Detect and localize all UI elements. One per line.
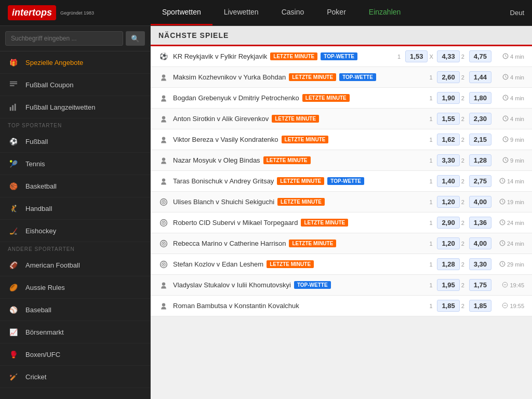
svg-line-12 — [506, 77, 507, 78]
table-row: Roberto CID Subervi v Mikael Torpegaard … — [151, 212, 532, 233]
odd-value-2[interactable]: 2,30 — [469, 113, 491, 125]
odd-label-2: 2 — [461, 220, 468, 226]
other-sports-section-label: ANDERE SPORTARTEN — [0, 242, 150, 254]
odd-value-2[interactable]: 4,00 — [469, 237, 491, 249]
basketball-icon: 🏀 — [8, 180, 19, 192]
sidebar-item-boxen[interactable]: 🥊 Boxen/UFC — [0, 343, 150, 366]
sidebar-item-american-football[interactable]: 🏈 American Football — [0, 254, 150, 276]
odd-value-1[interactable]: 2,90 — [437, 217, 459, 229]
odd-value-2[interactable]: 1,28 — [469, 154, 491, 166]
lang-selector[interactable]: Deut — [502, 9, 532, 17]
sidebar-item-special-offers[interactable]: 🎁 Spezielle Angebote — [0, 51, 150, 74]
sidebar-item-aussie-rules[interactable]: 🏉 Aussie Rules — [0, 276, 150, 299]
sidebar-item-fussball-coupon[interactable]: Fußball Coupon — [0, 74, 150, 96]
odd-value-2[interactable]: 1,80 — [469, 92, 491, 104]
odd-value-2[interactable]: 2,75 — [469, 175, 491, 187]
nav-livewetten[interactable]: Livewetten — [212, 0, 270, 25]
market-icon: 📈 — [8, 326, 19, 338]
svg-rect-2 — [10, 85, 15, 86]
odd-value-2[interactable]: 1,85 — [469, 300, 491, 312]
odd-value-2[interactable]: 1,75 — [469, 279, 491, 291]
odd-value-2[interactable]: 2,15 — [469, 134, 491, 145]
fussball-langzeit-label: Fußball Langzeitwetten — [25, 103, 95, 111]
match-time: 9 min — [496, 136, 524, 143]
odd-value-1[interactable]: 1,55 — [437, 113, 459, 125]
time-value: 9 min — [510, 157, 524, 164]
odd-value-2[interactable]: 1,44 — [469, 71, 491, 83]
odd-value-1[interactable]: 1,62 — [437, 134, 459, 145]
sport-icon — [158, 93, 169, 103]
match-name: Maksim Kozhevnikov v Yurka Bohdan LETZTE… — [173, 73, 425, 81]
odd-value-x[interactable]: 4,33 — [437, 50, 459, 62]
odd-label-2: 2 — [461, 282, 468, 288]
chart-icon — [8, 101, 19, 113]
sidebar-item-tennis[interactable]: 🎾 Tennis — [0, 153, 150, 175]
odd-value-1[interactable]: 3,30 — [437, 154, 459, 166]
time-icon — [502, 74, 509, 81]
match-title: Ulises Blanch v Shuichi Sekiguchi — [173, 198, 274, 206]
sport-icon — [158, 114, 169, 124]
sidebar-item-fussball[interactable]: ⚽ Fußball — [0, 130, 150, 153]
sport-icon — [158, 301, 169, 311]
table-row: Rebecca Marino v Catherine Harrison LETZ… — [151, 233, 532, 254]
odd-value-1[interactable]: 2,60 — [437, 71, 459, 83]
odd-value-1[interactable]: 1,20 — [437, 237, 459, 249]
match-title: Bogdan Grebenyuk v Dmitriy Petrochenko — [173, 94, 299, 102]
match-odds: 1 1,90 2 1,80 — [429, 92, 491, 104]
odd-value-1[interactable]: 1,20 — [437, 196, 459, 208]
sidebar-item-eishockey[interactable]: 🏒 Eishockey — [0, 220, 150, 242]
svg-point-25 — [162, 157, 165, 161]
table-row: Nazar Mosyuk v Oleg Bindas LETZTE MINUTE… — [151, 150, 532, 171]
time-value: 4 min — [510, 74, 524, 81]
search-button[interactable]: 🔍 — [126, 31, 145, 46]
match-info: Nazar Mosyuk v Oleg Bindas LETZTE MINUTE — [173, 156, 425, 164]
match-name: Roberto CID Subervi v Mikael Torpegaard … — [173, 219, 425, 227]
sidebar-item-cricket[interactable]: 🏏 Cricket — [0, 366, 150, 388]
baseball-icon: ⚾ — [8, 304, 19, 315]
match-title: Viktor Bereza v Vasily Kondratenko — [173, 136, 278, 143]
odd-label-1: 1 — [429, 116, 435, 122]
boxing-icon: 🥊 — [8, 349, 19, 360]
nav-einzahlen[interactable]: Einzahlen — [357, 0, 413, 25]
badge: LETZTE MINUTE — [289, 73, 336, 81]
odd-value-1[interactable]: 1,90 — [437, 92, 459, 104]
match-name: Vladyslav Stukalov v Iulii Khomutovskyi … — [173, 281, 425, 289]
match-time: 4 min — [496, 53, 524, 60]
svg-point-41 — [163, 222, 164, 223]
match-title: Roman Bambutsa v Konstantin Kovalchuk — [173, 302, 299, 310]
odd-value-2[interactable]: 4,75 — [469, 50, 491, 62]
nav-poker[interactable]: Poker — [315, 0, 357, 25]
odd-value-1[interactable]: 1,53 — [405, 50, 428, 62]
sidebar-item-borsenmarkt[interactable]: 📈 Börsenmarkt — [0, 321, 150, 343]
nav-casino[interactable]: Casino — [270, 0, 316, 25]
odd-value-1[interactable]: 1,28 — [437, 258, 459, 270]
odd-value-1[interactable]: 1,95 — [437, 279, 459, 291]
odd-value-2[interactable]: 1,36 — [469, 217, 491, 229]
sidebar-item-handball[interactable]: 🤾 Handball — [0, 197, 150, 220]
match-name: Rebecca Marino v Catherine Harrison LETZ… — [173, 240, 425, 247]
odd-value-1[interactable]: 1,40 — [437, 175, 459, 187]
search-input[interactable] — [5, 31, 123, 46]
odd-label-1: 1 — [429, 199, 435, 205]
odd-label-2: 2 — [461, 137, 468, 143]
badge: TOP-WETTE — [321, 52, 357, 60]
svg-point-9 — [162, 74, 165, 77]
odd-value-2[interactable]: 3,30 — [469, 258, 491, 270]
odd-label-1: 1 — [429, 261, 435, 268]
odd-value-2[interactable]: 4,00 — [469, 196, 491, 208]
logo-area: intertops Gegründet 1983 — [0, 5, 151, 20]
gift-icon: 🎁 — [8, 57, 19, 68]
svg-line-32 — [502, 181, 503, 182]
sidebar-item-fussball-langzeit[interactable]: Fußball Langzeitwetten — [0, 96, 150, 118]
sidebar-item-baseball[interactable]: ⚾ Baseball — [0, 299, 150, 321]
time-icon — [502, 302, 508, 310]
nav-sportwetten[interactable]: Sportwetten — [151, 0, 212, 25]
match-title: KR Reykjavik v Fylkir Reykjavik — [173, 52, 267, 60]
match-odds: 1 3,30 2 1,28 — [429, 154, 491, 166]
odd-value-1[interactable]: 1,85 — [437, 300, 459, 312]
coupon-icon — [8, 79, 19, 90]
odd-label-x: X — [429, 54, 435, 60]
cricket-icon: 🏏 — [8, 371, 19, 382]
match-time: 19 min — [496, 198, 524, 206]
sidebar-item-basketball[interactable]: 🏀 Basketball — [0, 175, 150, 197]
